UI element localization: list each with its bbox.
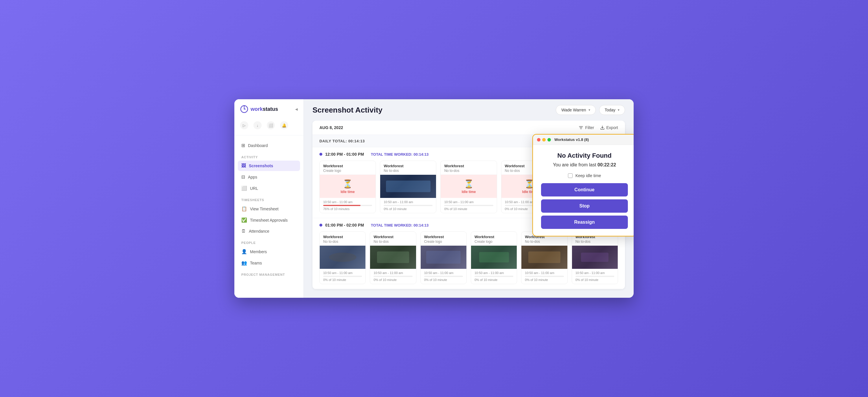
time-block-dot — [319, 153, 322, 156]
keep-idle-row: Keep idle time — [541, 173, 628, 178]
section-label-project-management: PROJECT MANAGEMENT — [238, 269, 300, 278]
screenshot-card: Workforest No to-dos 10:50 am - 11:00 am — [319, 232, 366, 284]
screenshot-idle: ⏳ Idle time — [320, 175, 376, 198]
section-label-activity: ACTIVITY — [238, 151, 300, 161]
popup-body: No Activity Found You are idle from last… — [533, 145, 633, 236]
screenshot-card: Workforest Create logo 10:50 am - 11:00 … — [471, 232, 517, 284]
bell-icon-btn[interactable]: 🔔 — [280, 121, 288, 129]
sidebar-item-view-timesheet[interactable]: 📋 View Timesheet — [238, 204, 300, 214]
time-text: 10:50 am - 11:00 am — [525, 271, 564, 275]
sidebar-item-dashboard[interactable]: ⊞ Dashboard — [238, 140, 300, 151]
monitor-icon-btn[interactable]: ⬜ — [267, 121, 275, 129]
task-name: Create logo — [424, 240, 463, 244]
section-label-people: PEOPLE — [238, 237, 300, 246]
date-selector[interactable]: Today ▾ — [599, 105, 625, 115]
app-name: Workforest — [323, 235, 362, 239]
view-timesheet-icon: 📋 — [241, 206, 247, 212]
main-content: Screenshot Activity Wade Warren ▾ Today … — [304, 99, 633, 298]
svg-point-1 — [244, 105, 245, 107]
url-icon: ⬜ — [241, 185, 247, 191]
popup-subtitle: You are idle from last 00:22:22 — [541, 162, 628, 167]
attendance-icon: 🗓 — [241, 228, 246, 234]
maximize-window-button[interactable] — [548, 138, 551, 142]
minimize-window-button[interactable] — [542, 138, 546, 142]
sidebar-item-label: Apps — [248, 175, 257, 179]
sidebar-item-label: Screenshots — [249, 163, 273, 168]
screenshot-card: Workforest Create logo 10:50 am - 11:00 … — [421, 232, 467, 284]
sidebar-item-teams[interactable]: 👥 Teams — [238, 257, 300, 268]
task-name: No to-dos — [384, 169, 433, 173]
sidebar-item-screenshots[interactable]: 🖼 Screenshots — [238, 161, 300, 171]
time-text: 10:50 am - 11:00 am — [444, 200, 493, 204]
sidebar-item-label: Dashboard — [248, 143, 268, 148]
sidebar-item-timesheet-approvals[interactable]: ✅ Timesheet Approvals — [238, 215, 300, 225]
apps-icon: ⊟ — [241, 174, 245, 180]
percent-text: 0% of 10 minute — [525, 278, 564, 281]
chevron-down-icon: ▾ — [589, 108, 590, 112]
filter-icon — [579, 125, 583, 130]
percent-text: 0% of 10 minute — [384, 207, 433, 211]
percent-text: 0% of 10 minute — [374, 278, 412, 281]
time-range-2: 01:00 PM - 02:00 PM — [325, 223, 364, 227]
screenshot-image[interactable] — [521, 246, 567, 269]
screenshot-image[interactable] — [471, 246, 517, 269]
screenshots-grid-2: Workforest No to-dos 10:50 am - 11:00 am — [319, 232, 618, 284]
percent-text: 0% of 10 minute — [444, 207, 493, 211]
screenshot-image[interactable] — [572, 246, 618, 269]
app-name: Workforest — [444, 164, 493, 168]
keep-idle-checkbox[interactable] — [568, 173, 572, 178]
stop-button[interactable]: Stop — [541, 200, 628, 213]
sidebar-quick-icons: ▷ ↓ ⬜ 🔔 — [235, 119, 304, 135]
time-range-1: 12:00 PM - 01:00 PM — [325, 152, 364, 157]
time-text: 10:50 am - 11:00 am — [374, 271, 412, 275]
time-block-dot — [319, 224, 322, 226]
screenshot-image[interactable] — [380, 175, 436, 198]
task-name: Create logo — [323, 169, 372, 173]
screenshot-card: Workforest No to-dos ⏳ Idle time 10:50 a… — [440, 161, 497, 213]
close-window-button[interactable] — [537, 138, 540, 142]
card-date: AUG 8, 2022 — [319, 125, 343, 130]
logo-icon — [240, 105, 248, 113]
page-title: Screenshot Activity — [312, 105, 382, 115]
sidebar-item-apps[interactable]: ⊟ Apps — [238, 172, 300, 182]
screenshot-image[interactable] — [320, 246, 365, 269]
play-icon-btn[interactable]: ▷ — [240, 121, 248, 129]
popup-titlebar: Workstatus v1.8 (8) — [533, 134, 633, 145]
continue-button[interactable]: Continue — [541, 183, 628, 196]
task-name: No to-dos — [444, 169, 493, 173]
download-icon-btn[interactable]: ↓ — [253, 121, 261, 129]
screenshots-icon: 🖼 — [241, 163, 246, 169]
dashboard-icon: ⊞ — [241, 143, 245, 148]
traffic-lights — [537, 138, 551, 142]
collapse-sidebar-button[interactable]: ◂ — [295, 106, 298, 112]
sidebar-item-url[interactable]: ⬜ URL — [238, 183, 300, 193]
app-name: Workforest — [323, 164, 372, 168]
export-button[interactable]: Export — [600, 125, 618, 130]
sidebar-item-members[interactable]: 👤 Members — [238, 246, 300, 257]
card-header: AUG 8, 2022 Filter Export — [312, 121, 625, 135]
reassign-button[interactable]: Reassign — [541, 216, 628, 229]
logo-text: workstatus — [251, 106, 278, 112]
app-name: Workforest — [474, 235, 513, 239]
filter-button[interactable]: Filter — [579, 125, 594, 130]
keep-idle-label: Keep idle time — [576, 173, 601, 178]
percent-text: 0% of 10 minute — [424, 278, 463, 281]
task-name: No to-dos — [525, 240, 564, 244]
sidebar-logo: workstatus ◂ — [235, 105, 304, 119]
popup-heading: No Activity Found — [541, 152, 628, 159]
top-bar: Screenshot Activity Wade Warren ▾ Today … — [304, 99, 633, 121]
app-name: Workforest — [424, 235, 463, 239]
percent-text: 76% of 10 minutes — [323, 207, 372, 211]
hourglass-icon: ⏳ — [464, 179, 474, 189]
teams-icon: 👥 — [241, 260, 247, 266]
user-selector[interactable]: Wade Warren ▾ — [556, 105, 595, 115]
members-icon: 👤 — [241, 249, 247, 254]
percent-text: 0% of 10 minute — [323, 278, 362, 281]
task-name: Create logo — [474, 240, 513, 244]
app-name: Workforest — [384, 164, 433, 168]
screenshot-image[interactable] — [421, 246, 466, 269]
sidebar-item-attendance[interactable]: 🗓 Attendance — [238, 226, 300, 236]
section-label-timesheets: TIMESHEETS — [238, 194, 300, 204]
idle-popup-window: Workstatus v1.8 (8) No Activity Found Yo… — [532, 134, 633, 236]
screenshot-image[interactable] — [370, 246, 416, 269]
